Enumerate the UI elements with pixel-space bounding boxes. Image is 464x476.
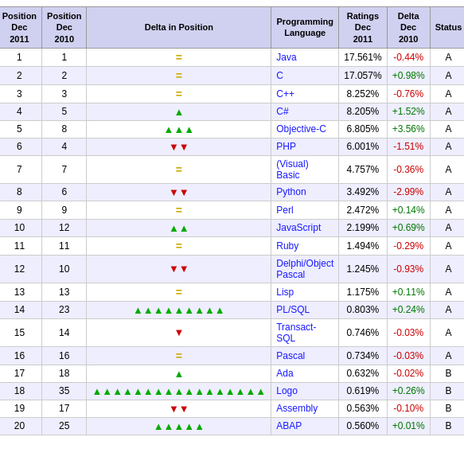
cell-delta-rating: +1.52% [387,103,430,120]
cell-lang: Java [271,48,339,66]
down-arrow-icon: ▼▼ [169,263,189,275]
cell-lang: (Visual) Basic [271,155,339,183]
up-arrow-icon: ▲▲ [169,222,189,234]
cell-pos2010: 1 [42,48,87,66]
up-arrow-icon: ▲ [174,368,184,380]
equal-icon: = [176,204,182,217]
cell-delta-rating: -0.10% [387,400,430,417]
cell-pos2010: 3 [42,84,87,103]
cell-status: A [430,103,464,120]
cell-status: A [430,48,464,66]
cell-status: B [430,382,464,400]
cell-pos2011: 17 [0,365,42,382]
cell-lang: Lisp [271,283,339,301]
cell-pos2011: 15 [0,318,42,346]
cell-delta-icon: ▲▲ [87,219,271,236]
cell-delta-rating: -0.93% [387,255,430,283]
down-arrow-icon: ▼▼ [169,403,189,415]
cell-delta-icon: = [87,84,271,103]
equal-icon: = [176,349,182,362]
cell-rating: 4.757% [339,155,387,183]
cell-delta-rating: -0.36% [387,155,430,183]
cell-status: A [430,236,464,255]
cell-pos2010: 17 [42,400,87,417]
cell-rating: 2.472% [339,201,387,219]
cell-delta-rating: -0.76% [387,84,430,103]
cell-lang: Objective-C [271,120,339,138]
cell-pos2010: 35 [42,382,87,400]
cell-delta-rating: +0.98% [387,66,430,84]
cell-pos2011: 16 [0,346,42,365]
cell-delta-rating: +0.26% [387,382,430,400]
cell-delta-rating: -0.44% [387,48,430,66]
up-arrow-icon: ▲▲▲▲▲▲▲▲▲▲▲▲▲▲▲▲▲ [92,385,266,397]
cell-delta-icon: ▲▲▲ [87,120,271,138]
cell-pos2010: 2 [42,66,87,84]
cell-delta-icon: ▲ [87,365,271,382]
up-arrow-icon: ▲ [174,106,184,118]
cell-rating: 1.245% [339,255,387,283]
header-delta-pos: Delta in Position [87,7,271,49]
cell-rating: 2.199% [339,219,387,236]
cell-lang: PHP [271,138,339,155]
cell-pos2011: 5 [0,120,42,138]
cell-rating: 0.632% [339,365,387,382]
cell-delta-rating: +0.69% [387,219,430,236]
cell-lang: Perl [271,201,339,219]
cell-status: B [430,417,464,435]
cell-delta-icon: = [87,346,271,365]
cell-lang: C [271,66,339,84]
cell-pos2011: 12 [0,255,42,283]
equal-icon: = [176,69,182,82]
rankings-table: PositionDec 2011 PositionDec 2010 Delta … [0,6,464,435]
cell-lang: Transact-SQL [271,318,339,346]
cell-status: A [430,183,464,201]
cell-pos2011: 1 [0,48,42,66]
up-arrow-icon: ▲▲▲▲▲▲▲▲▲ [133,304,225,316]
cell-pos2010: 4 [42,138,87,155]
cell-status: B [430,365,464,382]
cell-pos2010: 23 [42,301,87,318]
cell-rating: 3.492% [339,183,387,201]
cell-status: A [430,138,464,155]
cell-status: A [430,201,464,219]
cell-lang: Ruby [271,236,339,255]
cell-delta-rating: +3.56% [387,120,430,138]
cell-delta-rating: -0.03% [387,346,430,365]
cell-pos2010: 25 [42,417,87,435]
cell-delta-rating: -0.29% [387,236,430,255]
cell-rating: 0.619% [339,382,387,400]
cell-lang: JavaScript [271,219,339,236]
down-arrow-icon: ▼ [174,326,184,338]
cell-pos2010: 18 [42,365,87,382]
cell-status: A [430,66,464,84]
cell-status: A [430,283,464,301]
down-arrow-icon: ▼▼ [169,141,189,153]
cell-status: A [430,155,464,183]
cell-rating: 17.561% [339,48,387,66]
cell-pos2010: 14 [42,318,87,346]
cell-delta-icon: ▲▲▲▲▲▲▲▲▲ [87,301,271,318]
up-arrow-icon: ▲▲▲▲▲ [154,420,205,432]
cell-rating: 0.563% [339,400,387,417]
cell-status: A [430,219,464,236]
equal-icon: = [176,286,182,298]
cell-delta-icon: ▼ [87,318,271,346]
cell-rating: 0.746% [339,318,387,346]
cell-delta-icon: ▼▼ [87,138,271,155]
cell-lang: Python [271,183,339,201]
cell-lang: ABAP [271,417,339,435]
header-pos2010: PositionDec 2010 [42,7,87,49]
cell-pos2011: 2 [0,66,42,84]
cell-pos2011: 18 [0,382,42,400]
cell-pos2010: 11 [42,236,87,255]
up-arrow-icon: ▲▲▲ [164,123,195,135]
cell-rating: 6.805% [339,120,387,138]
cell-status: A [430,301,464,318]
cell-delta-icon: = [87,201,271,219]
cell-delta-icon: ▼▼ [87,255,271,283]
cell-rating: 17.057% [339,66,387,84]
cell-delta-rating: +0.14% [387,201,430,219]
cell-pos2010: 5 [42,103,87,120]
cell-status: B [430,400,464,417]
